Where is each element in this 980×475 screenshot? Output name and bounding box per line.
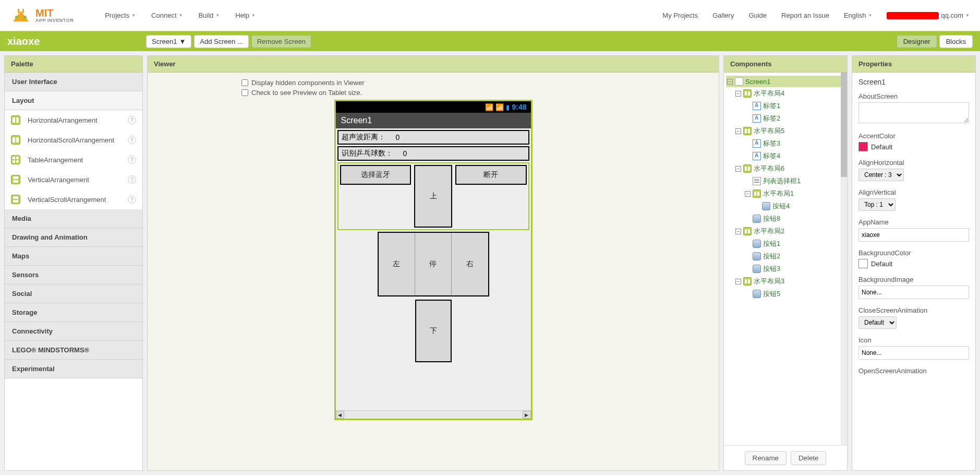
palette-item-vertical-scroll-arrangement[interactable]: VerticalScrollArrangement? bbox=[5, 189, 142, 209]
button-row-2[interactable]: 左 停 右 bbox=[337, 232, 529, 296]
scroll-track[interactable] bbox=[344, 411, 523, 419]
help-icon[interactable]: ? bbox=[128, 175, 136, 184]
tree-collapse-icon[interactable]: − bbox=[735, 91, 741, 97]
tree-collapse-icon[interactable]: − bbox=[735, 166, 741, 172]
palette-cat-social[interactable]: Social bbox=[5, 284, 142, 303]
palette-item-horizontal-arrangement[interactable]: HorizontalArrangement? bbox=[5, 110, 142, 130]
tree-collapse-icon[interactable]: − bbox=[735, 279, 741, 284]
btn-down[interactable]: 下 bbox=[415, 300, 452, 362]
tree-collapse-icon[interactable]: − bbox=[727, 79, 733, 85]
palette-cat-layout[interactable]: Layout bbox=[5, 91, 142, 110]
tree-node-水平布局3[interactable]: −水平布局3 bbox=[726, 275, 845, 288]
palette-cat-experimental[interactable]: Experimental bbox=[5, 360, 142, 378]
palette-item-vertical-arrangement[interactable]: VerticalArrangement? bbox=[5, 170, 142, 189]
palette-cat-storage[interactable]: Storage bbox=[5, 303, 142, 322]
tree-collapse-icon[interactable]: − bbox=[735, 128, 741, 134]
scroll-right-icon[interactable]: ▶ bbox=[523, 411, 531, 419]
btn-stop[interactable]: 停 bbox=[415, 233, 452, 295]
vertical-scrollbar[interactable] bbox=[841, 73, 847, 445]
help-icon[interactable]: ? bbox=[128, 195, 136, 204]
prop-select-alignvertical[interactable]: Top : 1 bbox=[858, 198, 896, 211]
palette-cat-sensors[interactable]: Sensors bbox=[5, 266, 142, 284]
prop-label-openanim: OpenScreenAnimation bbox=[858, 367, 969, 375]
prop-input-aboutscreen[interactable] bbox=[858, 102, 969, 123]
palette-cat-media[interactable]: Media bbox=[5, 209, 142, 228]
tree-node-标签2[interactable]: 标签2 bbox=[726, 112, 845, 125]
tree-node-水平布局5[interactable]: −水平布局5 bbox=[726, 125, 845, 137]
palette-item-table-arrangement[interactable]: TableArrangement? bbox=[5, 150, 142, 170]
menu-connect[interactable]: Connect▼ bbox=[151, 11, 183, 19]
btn-right[interactable]: 右 bbox=[452, 233, 488, 295]
tree-node-水平布局2[interactable]: −水平布局2 bbox=[726, 225, 845, 238]
tree-node-按钮3[interactable]: 按钮3 bbox=[726, 263, 845, 275]
menu-build[interactable]: Build▼ bbox=[198, 11, 220, 19]
prop-input-icon[interactable] bbox=[858, 346, 969, 360]
tree-node-标签4[interactable]: 标签4 bbox=[726, 150, 845, 162]
tree-collapse-icon[interactable]: − bbox=[745, 191, 751, 197]
label-icon bbox=[753, 152, 761, 160]
prop-input-bgimage[interactable] bbox=[858, 286, 969, 299]
prop-select-alignhorizontal[interactable]: Center : 3 bbox=[858, 169, 904, 181]
menu-language[interactable]: English▼ bbox=[844, 11, 873, 19]
phone-content[interactable]: 超声波距离：0 识别乒乓球数：0 选择蓝牙 上 断开 左 停 bbox=[336, 128, 531, 419]
tree-node-按钮2[interactable]: 按钮2 bbox=[726, 250, 845, 263]
prop-select-closeanim[interactable]: Default bbox=[858, 316, 897, 329]
button-row-1[interactable]: 选择蓝牙 上 断开 bbox=[337, 162, 529, 230]
palette-cat-drawing[interactable]: Drawing and Animation bbox=[5, 228, 142, 247]
link-my-projects[interactable]: My Projects bbox=[662, 11, 698, 19]
btn-left[interactable]: 左 bbox=[379, 233, 415, 295]
help-icon[interactable]: ? bbox=[128, 156, 136, 164]
tree-node-按钮1[interactable]: 按钮1 bbox=[726, 238, 845, 250]
prop-accentcolor-picker[interactable]: Default bbox=[858, 142, 969, 151]
remove-screen-button[interactable]: Remove Screen bbox=[251, 35, 311, 48]
horizontal-scrollbar[interactable]: ◀ ▶ bbox=[336, 410, 531, 419]
link-guide[interactable]: Guide bbox=[748, 11, 767, 19]
btn-up[interactable]: 上 bbox=[414, 165, 453, 228]
tab-blocks[interactable]: Blocks bbox=[939, 35, 973, 48]
add-screen-button[interactable]: Add Screen ... bbox=[194, 35, 248, 48]
palette-cat-connectivity[interactable]: Connectivity bbox=[5, 322, 142, 341]
tab-designer[interactable]: Designer bbox=[897, 35, 937, 48]
screen-selector[interactable]: Screen1▼ bbox=[146, 35, 191, 48]
help-icon[interactable]: ? bbox=[128, 116, 136, 124]
help-icon[interactable]: ? bbox=[128, 136, 136, 144]
rename-button[interactable]: Rename bbox=[745, 451, 787, 465]
top-navbar: MIT APP INVENTOR Projects▼ Connect▼ Buil… bbox=[0, 0, 980, 31]
btn-select-bluetooth[interactable]: 选择蓝牙 bbox=[340, 165, 411, 185]
row-pingpong[interactable]: 识别乒乓球数：0 bbox=[337, 146, 529, 161]
prop-input-appname[interactable] bbox=[858, 228, 969, 242]
delete-button[interactable]: Delete bbox=[791, 451, 827, 465]
tree-collapse-icon[interactable]: − bbox=[735, 229, 741, 234]
phone-preview[interactable]: 📶 📶 ▮ 9:48 Screen1 超声波距离：0 识别乒乓球数：0 选择蓝牙… bbox=[334, 100, 533, 420]
link-report-issue[interactable]: Report an Issue bbox=[781, 11, 829, 19]
tree-node-水平布局1[interactable]: −水平布局1 bbox=[726, 187, 845, 200]
layout-icon bbox=[11, 115, 20, 125]
tree-node-按钮4[interactable]: 按钮4 bbox=[726, 200, 845, 212]
chevron-down-icon: ▼ bbox=[215, 13, 220, 18]
tree-node-水平布局4[interactable]: −水平布局4 bbox=[726, 87, 845, 100]
palette-cat-ui[interactable]: User Interface bbox=[5, 73, 142, 91]
prop-bgcolor-picker[interactable]: Default bbox=[858, 259, 969, 268]
tablet-preview-checkbox[interactable] bbox=[241, 89, 248, 96]
tree-node-标签3[interactable]: 标签3 bbox=[726, 137, 845, 150]
tree-node-列表选择框1[interactable]: 列表选择框1 bbox=[726, 175, 845, 187]
palette-cat-maps[interactable]: Maps bbox=[5, 247, 142, 266]
tree-node-标签1[interactable]: 标签1 bbox=[726, 100, 845, 112]
logo[interactable]: MIT APP INVENTOR bbox=[10, 7, 74, 25]
palette-cat-lego[interactable]: LEGO® MINDSTORMS® bbox=[5, 341, 142, 360]
link-gallery[interactable]: Gallery bbox=[712, 11, 734, 19]
display-hidden-checkbox[interactable] bbox=[241, 79, 248, 86]
menu-projects[interactable]: Projects▼ bbox=[105, 11, 136, 19]
menu-account[interactable]: qq.com▼ bbox=[887, 11, 970, 19]
menu-help[interactable]: Help▼ bbox=[235, 11, 256, 19]
tree-node-按钮8[interactable]: 按钮8 bbox=[726, 212, 845, 225]
row-ultrasonic[interactable]: 超声波距离：0 bbox=[337, 130, 529, 145]
btn-disconnect[interactable]: 断开 bbox=[455, 165, 526, 185]
button-row-3[interactable]: 下 bbox=[337, 298, 529, 364]
tree-node-按钮5[interactable]: 按钮5 bbox=[726, 288, 845, 300]
tree-node-Screen1[interactable]: −Screen1 bbox=[726, 76, 845, 87]
palette-item-horizontal-scroll-arrangement[interactable]: HorizontalScrollArrangement? bbox=[5, 130, 142, 150]
scroll-left-icon[interactable]: ◀ bbox=[336, 411, 344, 419]
layout-icon bbox=[11, 155, 20, 164]
tree-node-水平布局6[interactable]: −水平布局6 bbox=[726, 162, 845, 175]
